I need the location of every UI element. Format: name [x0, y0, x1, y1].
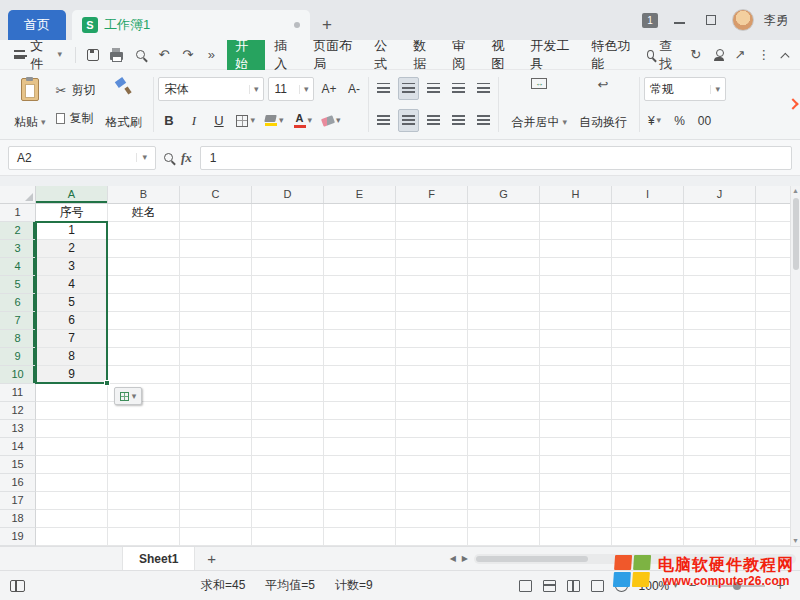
- cell-D11[interactable]: [252, 384, 324, 402]
- cell-F11[interactable]: [396, 384, 468, 402]
- cell-D17[interactable]: [252, 492, 324, 510]
- cell-A3[interactable]: 2: [36, 240, 108, 258]
- row-header-2[interactable]: 2: [0, 222, 36, 240]
- cell-H16[interactable]: [540, 474, 612, 492]
- select-all-corner[interactable]: [0, 186, 36, 203]
- align-right-button[interactable]: [423, 109, 444, 132]
- row-header-9[interactable]: 9: [0, 348, 36, 366]
- column-header-I[interactable]: I: [612, 186, 684, 203]
- column-header-E[interactable]: E: [324, 186, 396, 203]
- cell-C15[interactable]: [180, 456, 252, 474]
- cell-I11[interactable]: [612, 384, 684, 402]
- cell-D5[interactable]: [252, 276, 324, 294]
- quick-access-more-button[interactable]: »: [201, 44, 221, 66]
- clear-format-button[interactable]: ▾: [319, 109, 344, 132]
- cell-B13[interactable]: [108, 420, 180, 438]
- decrease-indent-button[interactable]: [448, 77, 469, 100]
- collapse-ribbon-icon[interactable]: [781, 53, 790, 62]
- decimal-format-button[interactable]: 00: [694, 109, 715, 132]
- cell-I12[interactable]: [612, 402, 684, 420]
- cell-E15[interactable]: [324, 456, 396, 474]
- align-bottom-button[interactable]: [423, 77, 444, 100]
- cell-B10[interactable]: [108, 366, 180, 384]
- cell-A18[interactable]: [36, 510, 108, 528]
- cell-B1[interactable]: 姓名: [108, 204, 180, 222]
- cell-C12[interactable]: [180, 402, 252, 420]
- distribute-button[interactable]: [473, 109, 494, 132]
- cell-B19[interactable]: [108, 528, 180, 546]
- align-center-button[interactable]: [398, 109, 419, 132]
- cell-H2[interactable]: [540, 222, 612, 240]
- cell-C6[interactable]: [180, 294, 252, 312]
- undo-button[interactable]: ↶: [154, 44, 174, 66]
- cell-F3[interactable]: [396, 240, 468, 258]
- row-header-18[interactable]: 18: [0, 510, 36, 528]
- cell-G7[interactable]: [468, 312, 540, 330]
- cell-I19[interactable]: [612, 528, 684, 546]
- cell-I18[interactable]: [612, 510, 684, 528]
- row-header-3[interactable]: 3: [0, 240, 36, 258]
- cell-C13[interactable]: [180, 420, 252, 438]
- cell-H17[interactable]: [540, 492, 612, 510]
- cell-I9[interactable]: [612, 348, 684, 366]
- cell-F4[interactable]: [396, 258, 468, 276]
- cell-G10[interactable]: [468, 366, 540, 384]
- cell-I6[interactable]: [612, 294, 684, 312]
- cell-H14[interactable]: [540, 438, 612, 456]
- currency-format-button[interactable]: ¥▾: [644, 109, 665, 132]
- cell-C19[interactable]: [180, 528, 252, 546]
- cell-G4[interactable]: [468, 258, 540, 276]
- cell-J10[interactable]: [684, 366, 756, 384]
- cell-G15[interactable]: [468, 456, 540, 474]
- cell-A14[interactable]: [36, 438, 108, 456]
- horizontal-scroll-thumb[interactable]: [476, 556, 588, 562]
- cell-G8[interactable]: [468, 330, 540, 348]
- scroll-down-icon[interactable]: ▼: [792, 536, 799, 546]
- cell-A1[interactable]: 序号: [36, 204, 108, 222]
- cell-B3[interactable]: [108, 240, 180, 258]
- cell-G5[interactable]: [468, 276, 540, 294]
- cell-A15[interactable]: [36, 456, 108, 474]
- cell-E17[interactable]: [324, 492, 396, 510]
- name-box[interactable]: A2 ▾: [8, 146, 156, 170]
- row-header-8[interactable]: 8: [0, 330, 36, 348]
- cell-A4[interactable]: 3: [36, 258, 108, 276]
- cell-I4[interactable]: [612, 258, 684, 276]
- cell-A2[interactable]: 1: [36, 222, 108, 240]
- cell-D15[interactable]: [252, 456, 324, 474]
- row-header-14[interactable]: 14: [0, 438, 36, 456]
- sheet-scroll-left-icon[interactable]: ◀: [450, 554, 456, 563]
- cell-A11[interactable]: [36, 384, 108, 402]
- cell-H19[interactable]: [540, 528, 612, 546]
- cell-E10[interactable]: [324, 366, 396, 384]
- cell-G17[interactable]: [468, 492, 540, 510]
- minimize-button[interactable]: [668, 9, 690, 31]
- cell-J1[interactable]: [684, 204, 756, 222]
- cell-G18[interactable]: [468, 510, 540, 528]
- cell-G6[interactable]: [468, 294, 540, 312]
- cell-G14[interactable]: [468, 438, 540, 456]
- cell-C14[interactable]: [180, 438, 252, 456]
- font-size-combo[interactable]: 11▾: [268, 77, 314, 101]
- cell-D1[interactable]: [252, 204, 324, 222]
- cell-F5[interactable]: [396, 276, 468, 294]
- cell-E13[interactable]: [324, 420, 396, 438]
- cell-H15[interactable]: [540, 456, 612, 474]
- cell-E18[interactable]: [324, 510, 396, 528]
- cell-I8[interactable]: [612, 330, 684, 348]
- cell-A17[interactable]: [36, 492, 108, 510]
- cell-B6[interactable]: [108, 294, 180, 312]
- wrap-text-button[interactable]: ↩ 自动换行: [573, 74, 633, 135]
- cell-D2[interactable]: [252, 222, 324, 240]
- cell-I16[interactable]: [612, 474, 684, 492]
- cell-E3[interactable]: [324, 240, 396, 258]
- row-header-6[interactable]: 6: [0, 294, 36, 312]
- cell-D13[interactable]: [252, 420, 324, 438]
- cell-J5[interactable]: [684, 276, 756, 294]
- cell-H10[interactable]: [540, 366, 612, 384]
- cell-I1[interactable]: [612, 204, 684, 222]
- cell-C8[interactable]: [180, 330, 252, 348]
- print-button[interactable]: [107, 44, 127, 66]
- restore-button[interactable]: [700, 9, 722, 31]
- cell-I14[interactable]: [612, 438, 684, 456]
